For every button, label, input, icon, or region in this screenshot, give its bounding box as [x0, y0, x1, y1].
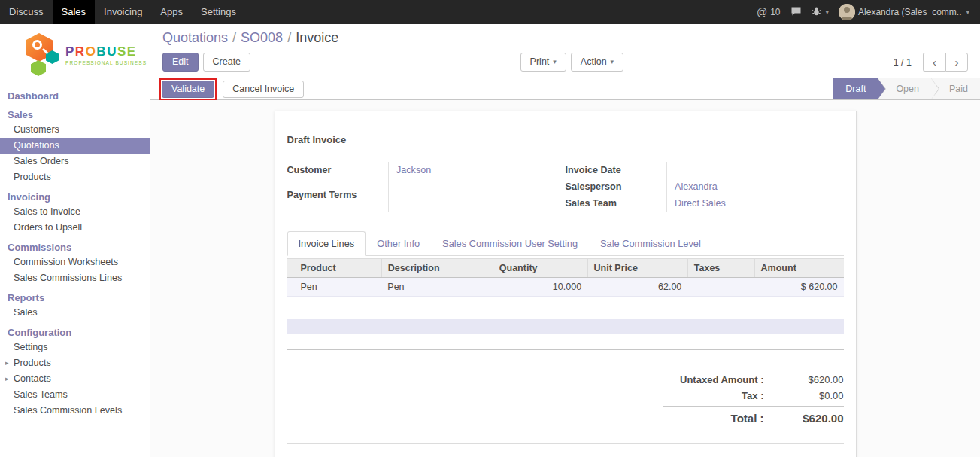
sidebar-heading-configuration[interactable]: Configuration — [0, 325, 150, 340]
logo-letter: S — [117, 44, 127, 59]
section-separator — [287, 349, 844, 352]
sidebar-item-sales-commissions-lines[interactable]: Sales Commissions Lines — [0, 270, 150, 286]
sidebar-item-sales[interactable]: Sales — [0, 305, 150, 321]
cell-unit-price: 62.00 — [587, 278, 687, 297]
empty-line-band[interactable] — [287, 319, 844, 334]
topbar-menu-discuss[interactable]: Discuss — [0, 0, 53, 24]
field-value-sales-team[interactable]: Direct Sales — [667, 195, 844, 212]
tab-invoice-lines[interactable]: Invoice Lines — [287, 231, 366, 256]
chevron-down-icon: ▾ — [826, 8, 830, 16]
sidebar-items-reports: Sales — [0, 305, 150, 321]
edit-button[interactable]: Edit — [162, 53, 199, 72]
expand-caret-icon[interactable]: ▸ — [5, 358, 9, 368]
probuse-logo-icon — [26, 33, 60, 77]
sidebar-item-settings[interactable]: Settings — [0, 340, 150, 355]
fields-right: Invoice DateSalespersonAlexandraSales Te… — [566, 162, 844, 212]
topbar-menu-sales[interactable]: Sales — [53, 0, 96, 24]
logo-letter: U — [107, 44, 117, 59]
invoice-line-row[interactable]: PenPen10.00062.00$ 620.00 — [287, 278, 844, 297]
sidebar-item-sales-to-invoice[interactable]: Sales to Invoice — [0, 204, 150, 220]
sidebar-heading-invoicing[interactable]: Invoicing — [0, 190, 150, 204]
column-header-unit-price[interactable]: Unit Price — [587, 259, 687, 278]
create-button[interactable]: Create — [203, 53, 251, 72]
sidebar-item-quotations[interactable]: Quotations — [0, 138, 150, 154]
cell-product: Pen — [287, 278, 382, 297]
annotation-highlight-box: Validate — [159, 78, 217, 100]
sidebar-section-commissions: CommissionsCommission WorksheetsSales Co… — [0, 240, 150, 286]
action-menu-button[interactable]: Action ▾ — [571, 53, 623, 72]
topbar: DiscussSalesInvoicingAppsSettings @ 10 ▾ — [0, 0, 980, 24]
pager-buttons: ‹ › — [923, 53, 968, 72]
chevron-down-icon: ▾ — [611, 56, 614, 68]
sidebar-items-configuration: SettingsProducts▸Contacts▸Sales TeamsSal… — [0, 340, 150, 419]
sidebar-item-commission-worksheets[interactable]: Commission Worksheets — [0, 254, 150, 270]
column-header-description[interactable]: Description — [381, 259, 493, 278]
tab-sales-commission-user-setting[interactable]: Sales Commission User Setting — [431, 231, 589, 255]
logo-letter: P — [65, 44, 75, 59]
field-row-salesperson: SalespersonAlexandra — [566, 178, 844, 195]
print-menu-button[interactable]: Print ▾ — [520, 53, 566, 72]
logo-tagline: PROFESSIONAL BUSINESS — [65, 60, 147, 66]
field-label-salesperson: Salesperson — [566, 178, 667, 195]
field-value-invoice-date — [667, 162, 844, 178]
invoice-sheet: Draft Invoice CustomerJacksonPayment Ter… — [275, 111, 857, 457]
pager-next-button[interactable]: › — [945, 53, 968, 72]
chat-bubble-icon — [790, 6, 802, 19]
column-header-product[interactable]: Product — [287, 259, 382, 278]
statusbar-states: DraftOpenPaid — [833, 78, 980, 99]
state-draft[interactable]: Draft — [833, 78, 878, 99]
sidebar-heading-sales[interactable]: Sales — [0, 108, 150, 122]
systray: @ 10 ▾ Alexandra (Sales_comm.. ▾ — [757, 0, 980, 24]
field-row-payment-terms: Payment Terms — [287, 187, 566, 212]
user-menu[interactable]: Alexandra (Sales_comm.. ▾ — [839, 4, 969, 20]
logo-hex-green — [31, 60, 46, 76]
sidebar-item-sales-teams[interactable]: Sales Teams — [0, 387, 150, 403]
pager: 1 / 1 ‹ › — [894, 53, 968, 72]
sidebar-heading-commissions[interactable]: Commissions — [0, 240, 150, 254]
messages-indicator[interactable]: @ 10 — [757, 6, 781, 18]
topbar-menu-settings[interactable]: Settings — [192, 0, 245, 24]
column-header-quantity[interactable]: Quantity — [493, 259, 587, 278]
column-header-amount[interactable]: Amount — [754, 259, 843, 278]
sidebar-heading-dashboard[interactable]: Dashboard — [0, 89, 150, 103]
sidebar-item-sales-commission-levels[interactable]: Sales Commission Levels — [0, 403, 150, 419]
logo-letter: E — [127, 44, 137, 59]
pager-previous-button[interactable]: ‹ — [923, 53, 945, 72]
field-value-salesperson[interactable]: Alexandra — [667, 178, 844, 195]
tab-sale-commission-level[interactable]: Sale Commission Level — [589, 231, 712, 255]
cancel-invoice-button[interactable]: Cancel Invoice — [223, 81, 304, 98]
sidebar-item-sales-orders[interactable]: Sales Orders — [0, 154, 150, 169]
breadcrumb-so008[interactable]: SO008 — [241, 30, 283, 45]
column-header-taxes[interactable]: Taxes — [687, 259, 754, 278]
sidebar-item-products[interactable]: Products — [0, 169, 150, 185]
sidebar-item-products[interactable]: Products▸ — [0, 355, 150, 371]
debug-menu-button[interactable]: ▾ — [812, 6, 830, 18]
chat-button[interactable] — [790, 6, 802, 19]
topbar-menu-invoicing[interactable]: Invoicing — [95, 0, 151, 24]
sheet-bottom-divider — [287, 443, 844, 444]
sidebar: PROBUSE PROFESSIONAL BUSINESS DashboardS… — [0, 24, 150, 457]
logo-wordmark: PROBUSE — [65, 45, 147, 59]
topbar-menu-apps[interactable]: Apps — [151, 0, 192, 24]
sidebar-item-customers[interactable]: Customers — [0, 122, 150, 138]
chevron-down-icon: ▾ — [966, 8, 969, 16]
tab-other-info[interactable]: Other Info — [366, 231, 431, 255]
validate-button[interactable]: Validate — [162, 81, 214, 98]
cell-taxes — [687, 278, 754, 297]
cell-description: Pen — [381, 278, 493, 297]
app-logo[interactable]: PROBUSE PROFESSIONAL BUSINESS — [0, 24, 150, 84]
field-value-customer[interactable]: Jackson — [389, 162, 566, 187]
total-label: Tax : — [663, 390, 775, 401]
invoice-state-title: Draft Invoice — [287, 134, 844, 145]
total-value: $620.00 — [775, 374, 844, 385]
topbar-menu-list: DiscussSalesInvoicingAppsSettings — [0, 0, 245, 24]
pager-counter: 1 / 1 — [894, 57, 912, 68]
field-row-customer: CustomerJackson — [287, 162, 566, 187]
sidebar-item-contacts[interactable]: Contacts▸ — [0, 371, 150, 387]
breadcrumb-quotations[interactable]: Quotations — [162, 30, 228, 45]
sidebar-heading-reports[interactable]: Reports — [0, 291, 150, 305]
sidebar-item-orders-to-upsell[interactable]: Orders to Upsell — [0, 220, 150, 236]
expand-caret-icon[interactable]: ▸ — [5, 374, 9, 384]
total-tax: Tax :$0.00 — [663, 388, 844, 404]
sidebar-section-dashboard: Dashboard — [0, 89, 150, 103]
